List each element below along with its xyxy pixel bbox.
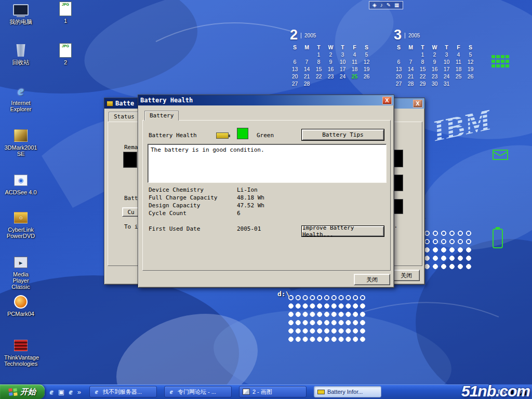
taskbar-task-browser-1[interactable]: 找不到服务器... xyxy=(89,386,157,397)
desktop-icon-jpg-file-2[interactable]: 2 xyxy=(49,43,82,65)
tab-battery[interactable]: Battery xyxy=(144,111,179,121)
title-bar[interactable]: Battery Health X xyxy=(138,95,394,105)
field-value: 47.52 Wh xyxy=(237,202,264,210)
calendar-header: 32005 xyxy=(394,28,476,42)
calendar-day: 27 xyxy=(393,80,405,87)
start-button[interactable]: 开始 xyxy=(0,384,45,399)
desktop-icon-acdsee[interactable]: ACDSee 4.0 xyxy=(4,172,37,195)
desktop-icon-pcmark04[interactable]: PCMark04 xyxy=(4,294,37,317)
current-button[interactable]: Cu xyxy=(122,207,140,217)
tb-ie-icon xyxy=(93,388,100,395)
calendar-dow: T xyxy=(441,44,453,51)
field-value: Li-Ion xyxy=(237,187,258,194)
task-label: 2 - 画图 xyxy=(252,388,272,396)
field-value: 6 xyxy=(237,210,241,218)
svg-text:IBM: IBM xyxy=(429,102,495,148)
calendar-empty-cell xyxy=(289,51,301,58)
improve-battery-health-button[interactable]: Improve Battery Health... xyxy=(302,226,384,236)
sound-icon[interactable]: ♪ xyxy=(380,3,383,8)
calendar-month-number: 3 xyxy=(394,28,402,42)
tab-status[interactable]: Status xyxy=(109,112,140,122)
calendar-day: 17 xyxy=(441,65,453,73)
jpg-file-icon xyxy=(56,1,75,17)
calendar-grid: SMTWTFS123456789101112131415161718192021… xyxy=(393,44,476,87)
task-label: 找不到服务器... xyxy=(103,388,142,396)
show-desktop-icon[interactable]: ▣ xyxy=(58,388,64,396)
calendar-year: 2005 xyxy=(405,33,420,38)
desktop-icon-label: 1 xyxy=(49,18,82,24)
desktop-icon-label: 我的电脑 xyxy=(4,19,37,25)
jpg-file-icon xyxy=(56,43,75,58)
calendar-day: 21 xyxy=(301,73,313,80)
desktop-icon-label: ThinkVantage Technologies xyxy=(4,354,37,367)
desktop-icon-label: 回收站 xyxy=(4,59,37,65)
calendar-grid: SMTWTFS123456789101112131415161718192021… xyxy=(289,44,373,87)
calendar-day: 13 xyxy=(393,65,405,73)
desktop-icon-3dmark2001-se[interactable]: 3DMark2001 SE xyxy=(4,128,37,157)
media-player-icon xyxy=(11,255,30,270)
calendar-dow: W xyxy=(325,44,337,51)
desktop-icon-label: ACDSee 4.0 xyxy=(4,189,37,195)
calendar-day: 10 xyxy=(337,58,349,65)
calendar-day: 15 xyxy=(417,65,429,73)
browser-quicklaunch-icon[interactable]: e xyxy=(69,388,73,396)
dots-pattern-filled-bottom xyxy=(288,302,367,344)
calendar-day: 8 xyxy=(313,58,325,65)
dialog-title: Battery Health xyxy=(140,97,193,104)
remaining-gauge xyxy=(123,152,137,168)
desktop-icon-internet-explorer[interactable]: Internet Explorer xyxy=(4,83,37,112)
calendar-day: 3 xyxy=(441,51,453,58)
calendar-day: 4 xyxy=(453,51,464,58)
taskbar-task-paint[interactable]: 2 - 画图 xyxy=(239,386,307,397)
desktop-icon-label: PCMark04 xyxy=(4,311,37,317)
calendar-day: 20 xyxy=(393,73,405,80)
field-row: Cycle Count6 xyxy=(149,210,304,218)
desktop-icon-recycle-bin[interactable]: 回收站 xyxy=(4,43,37,65)
desktop-icon-cyberlink-powerdvd[interactable]: CyberLink PowerDVD xyxy=(4,210,37,239)
volume-icon[interactable]: ◈ xyxy=(373,3,377,8)
calendar-day: 11 xyxy=(349,58,361,65)
desktop-icon-label: 2 xyxy=(49,59,82,65)
calendar-day: 30 xyxy=(429,80,441,87)
ie-quicklaunch-icon[interactable]: e xyxy=(50,388,54,396)
calendar-day: 28 xyxy=(405,80,417,87)
keyboard-icon[interactable]: ▦ xyxy=(394,3,399,8)
pen-icon[interactable]: ✎ xyxy=(387,3,391,8)
close-icon[interactable]: X xyxy=(413,100,422,108)
close-icon[interactable]: X xyxy=(382,97,392,104)
battery-tips-button[interactable]: Battery Tips xyxy=(302,129,384,140)
ibm-logo: IBM xyxy=(427,94,512,153)
calendar-year: 2005 xyxy=(301,33,316,38)
status-indicator xyxy=(237,128,248,139)
calendar-day: 23 xyxy=(429,73,441,80)
close-button-back[interactable]: 关闭 xyxy=(393,270,420,281)
calendar-dow: S xyxy=(464,44,476,51)
calendar-day: 5 xyxy=(464,51,476,58)
taskbar-task-browser-2[interactable]: 专门网论坛 - ... xyxy=(164,386,232,397)
chevron-more-icon[interactable]: » xyxy=(77,388,81,396)
close-button[interactable]: 关闭 xyxy=(354,274,390,285)
health-status-text: Green xyxy=(257,132,274,139)
dots-pattern-filled-right xyxy=(424,246,474,271)
desktop-icon-my-computer[interactable]: 我的电脑 xyxy=(4,2,37,25)
field-row: Device ChemistryLi-Ion xyxy=(149,187,304,194)
calendar-day: 11 xyxy=(453,58,464,65)
calendar-day: 25 xyxy=(453,73,464,80)
calendar-day: 21 xyxy=(405,73,417,80)
to-label: To i xyxy=(124,223,138,230)
calendar-empty-cell xyxy=(313,80,325,87)
windows-flag-icon xyxy=(8,388,18,396)
calendar-day: 1 xyxy=(417,51,429,58)
calendar-day: 7 xyxy=(301,58,313,65)
calendar-day: 24 xyxy=(337,73,349,80)
calendar-day: 25 xyxy=(349,73,361,80)
taskbar-task-battery-info[interactable]: Battery Infor... xyxy=(314,386,381,397)
calendar-day: 2 xyxy=(325,51,337,58)
field-value: 2005-01 xyxy=(237,225,261,233)
calendar-day: 19 xyxy=(361,65,373,73)
desktop-icon-jpg-file-1[interactable]: 1 xyxy=(49,1,82,24)
calendar-dow: F xyxy=(349,44,361,51)
desktop-icon-media-player-classic[interactable]: Media Player Classic xyxy=(4,255,37,290)
desktop-icon-thinkvantage-technologies[interactable]: ThinkVantage Technologies xyxy=(4,338,37,367)
task-label: 专门网论坛 - ... xyxy=(178,388,216,396)
